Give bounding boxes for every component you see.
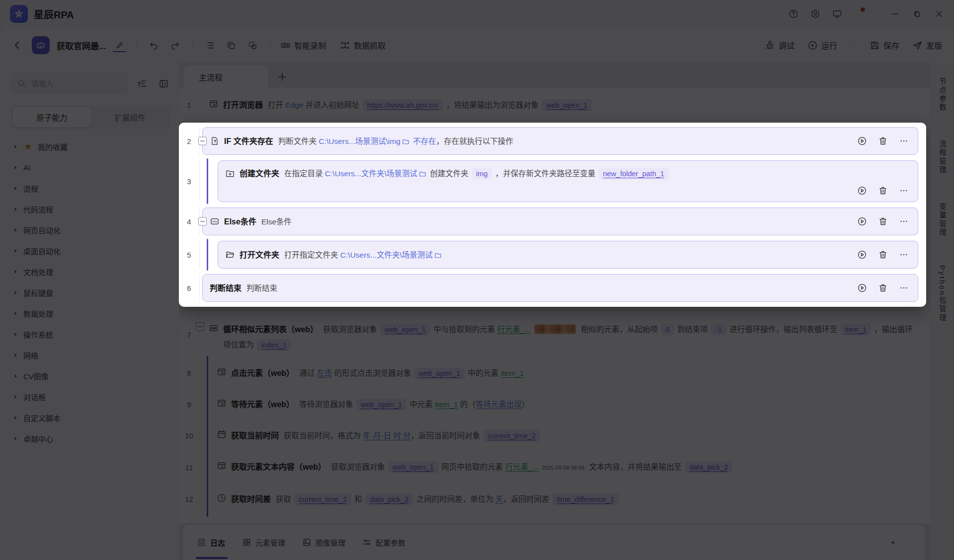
- step-title: 判断结束: [210, 284, 241, 292]
- step-text: Else条件: [261, 217, 292, 226]
- collapse-step-button[interactable]: [198, 217, 207, 226]
- delete-step-button[interactable]: [878, 250, 888, 260]
- step-content: IF 文件夹存在判断文件夹 C:\Users...场景测试\img 不存在，存在…: [200, 127, 922, 155]
- run-step-button[interactable]: [857, 250, 867, 260]
- more-options-button[interactable]: [899, 250, 909, 260]
- step-content: 创建文件夹在指定目录 C:\Users...文件夹\场景测试 创建文件夹 img…: [200, 160, 922, 202]
- step-title: 创建文件夹: [239, 169, 279, 178]
- flow-step-row[interactable]: 6判断结束判断结束: [179, 274, 922, 302]
- step-text: 在指定目录: [284, 169, 325, 178]
- step-card[interactable]: 判断结束判断结束: [202, 274, 918, 302]
- step-text: 创建文件夹: [428, 169, 471, 178]
- step-number: 2: [179, 127, 200, 155]
- step-actions: [857, 186, 909, 196]
- flow-step-row[interactable]: 2IF 文件夹存在判断文件夹 C:\Users...场景测试\img 不存在，存…: [179, 127, 922, 155]
- step-actions: [857, 250, 909, 260]
- more-options-button[interactable]: [899, 216, 909, 226]
- step-file-question-icon: [210, 136, 220, 146]
- step-card[interactable]: IF 文件夹存在判断文件夹 C:\Users...场景测试\img 不存在，存在…: [202, 127, 918, 155]
- more-options-button[interactable]: [899, 186, 909, 196]
- more-options-button[interactable]: [899, 283, 909, 293]
- step-folder-plus-icon: [225, 168, 235, 178]
- step-text: ，并保存新文件夹路径至变量: [493, 169, 597, 178]
- flow-step-row[interactable]: 5打开文件夹打开指定文件夹 C:\Users...文件夹\场景测试: [179, 241, 922, 269]
- step-number: 3: [179, 160, 200, 202]
- folder-icon: [402, 138, 409, 145]
- more-options-button[interactable]: [899, 136, 909, 146]
- step-folder-open-icon: [225, 250, 235, 260]
- app-window: 星辰RPA 获取官网最... 智能录制: [0, 0, 954, 560]
- folder-icon: [419, 170, 426, 178]
- step-text: 判断文件夹: [278, 137, 319, 145]
- step-actions: [857, 216, 909, 226]
- step-description: 判断结束判断结束: [210, 280, 843, 296]
- step-param-link[interactable]: 不存在: [411, 137, 436, 145]
- collapse-step-button[interactable]: [198, 137, 207, 145]
- spotlight-group: 2IF 文件夹存在判断文件夹 C:\Users...场景测试\img 不存在，存…: [179, 123, 926, 307]
- variable-pill[interactable]: new_folder_path_1: [598, 168, 668, 180]
- step-actions: [857, 136, 909, 146]
- step-text: 打开指定文件夹: [284, 251, 340, 259]
- step-text: ，存在就执行以下操作: [436, 137, 513, 145]
- delete-step-button[interactable]: [878, 136, 888, 146]
- run-step-button[interactable]: [857, 216, 867, 226]
- svg-text:else: else: [212, 220, 217, 223]
- step-title: IF 文件夹存在: [224, 137, 273, 145]
- folder-icon: [434, 252, 442, 259]
- step-description: 创建文件夹在指定目录 C:\Users...文件夹\场景测试 创建文件夹 img…: [225, 166, 843, 181]
- step-else-icon: else: [210, 216, 220, 226]
- step-param-link[interactable]: C:\Users...文件夹\场景测试: [325, 169, 417, 178]
- step-content: 打开文件夹打开指定文件夹 C:\Users...文件夹\场景测试: [200, 241, 922, 269]
- step-title: 打开文件夹: [239, 251, 279, 259]
- step-content: elseElse条件Else条件: [200, 208, 922, 235]
- step-card[interactable]: 创建文件夹在指定目录 C:\Users...文件夹\场景测试 创建文件夹 img…: [218, 160, 918, 202]
- delete-step-button[interactable]: [878, 186, 888, 196]
- step-content: 判断结束判断结束: [200, 274, 922, 302]
- step-param-link[interactable]: C:\Users...场景测试\img: [318, 137, 400, 145]
- step-number: 6: [179, 274, 200, 302]
- step-card[interactable]: 打开文件夹打开指定文件夹 C:\Users...文件夹\场景测试: [218, 241, 918, 269]
- step-description: IF 文件夹存在判断文件夹 C:\Users...场景测试\img 不存在，存在…: [210, 134, 843, 149]
- step-card[interactable]: elseElse条件Else条件: [202, 208, 918, 235]
- step-param-link[interactable]: C:\Users...文件夹\场景测试: [340, 251, 433, 259]
- step-number: 5: [179, 241, 200, 269]
- flow-step-row[interactable]: 3创建文件夹在指定目录 C:\Users...文件夹\场景测试 创建文件夹 im…: [179, 160, 922, 202]
- run-step-button[interactable]: [857, 136, 867, 146]
- delete-step-button[interactable]: [878, 216, 888, 226]
- run-step-button[interactable]: [857, 186, 867, 196]
- step-description: elseElse条件Else条件: [210, 214, 843, 229]
- value-pill[interactable]: img: [472, 168, 492, 180]
- flow-step-row[interactable]: 4elseElse条件Else条件: [179, 208, 922, 235]
- step-actions: [857, 283, 909, 293]
- run-step-button[interactable]: [857, 283, 867, 293]
- step-title: Else条件: [224, 217, 256, 226]
- step-text: 判断结束: [246, 284, 277, 292]
- step-description: 打开文件夹打开指定文件夹 C:\Users...文件夹\场景测试: [225, 247, 843, 263]
- delete-step-button[interactable]: [878, 283, 888, 293]
- step-number: 4: [179, 208, 200, 235]
